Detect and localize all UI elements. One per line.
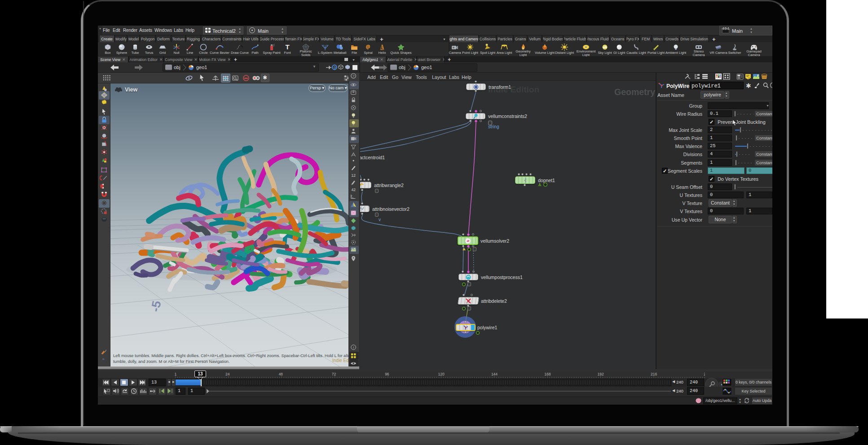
svg-text:i: i [353, 345, 354, 349]
svg-text:12: 12 [351, 173, 356, 178]
svg-text:?: ? [352, 74, 355, 78]
svg-text:42: 42 [351, 188, 356, 192]
